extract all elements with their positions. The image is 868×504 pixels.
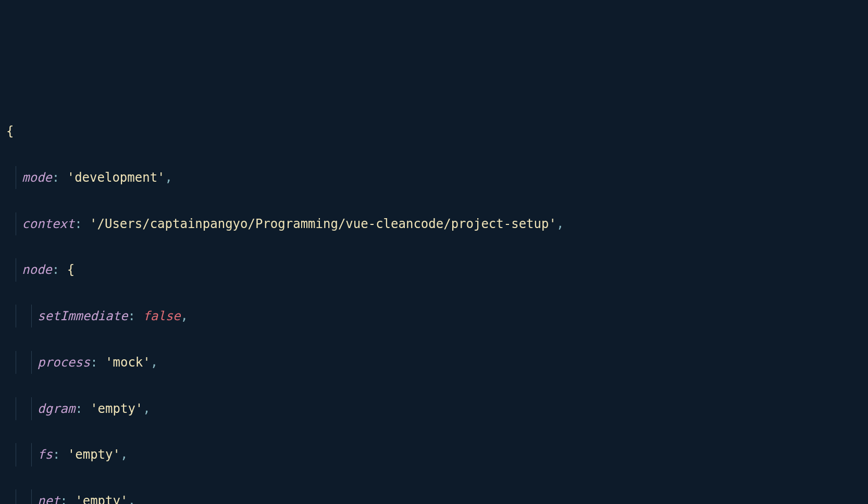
string-value: 'empty' xyxy=(75,494,128,504)
property-key: fs xyxy=(38,447,53,462)
code-line: process: 'mock', xyxy=(0,351,868,374)
code-line: { xyxy=(0,120,868,143)
string-value: 'empty' xyxy=(68,447,120,462)
property-key: setImmediate xyxy=(38,309,128,323)
code-line: setImmediate: false, xyxy=(0,305,868,327)
string-value: 'mock' xyxy=(105,355,151,370)
open-brace: { xyxy=(6,124,14,138)
property-key: process xyxy=(38,355,90,370)
code-line: fs: 'empty', xyxy=(0,443,868,466)
open-brace: { xyxy=(67,262,75,277)
string-value: '/Users/captainpangyo/Programming/vue-cl… xyxy=(90,217,556,231)
boolean-value: false xyxy=(143,309,180,323)
code-line: mode: 'development', xyxy=(0,166,868,189)
code-line: context: '/Users/captainpangyo/Programmi… xyxy=(0,212,868,235)
property-key: context xyxy=(22,217,75,231)
property-key: mode xyxy=(22,170,52,185)
code-line: dgram: 'empty', xyxy=(0,397,868,420)
property-key: node xyxy=(22,262,52,277)
string-value: 'empty' xyxy=(90,401,143,416)
code-line: node: { xyxy=(0,258,868,281)
property-key: net xyxy=(38,494,60,504)
code-editor[interactable]: { mode: 'development', context: '/Users/… xyxy=(0,97,868,504)
string-value: 'development' xyxy=(67,170,165,185)
property-key: dgram xyxy=(38,401,75,416)
code-line: net: 'empty', xyxy=(0,489,868,504)
